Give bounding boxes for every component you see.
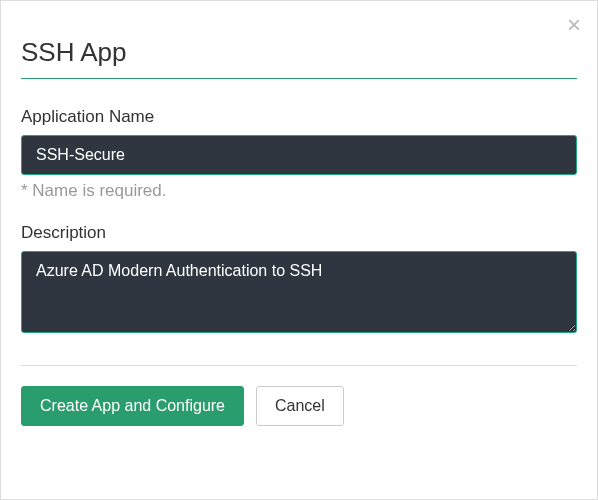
app-name-group: Application Name * Name is required.	[21, 107, 577, 201]
description-label: Description	[21, 223, 577, 243]
description-input[interactable]: Azure AD Modern Authentication to SSH	[21, 251, 577, 333]
create-configure-button[interactable]: Create App and Configure	[21, 386, 244, 426]
modal-title: SSH App	[21, 37, 577, 68]
button-divider	[21, 365, 577, 366]
app-name-label: Application Name	[21, 107, 577, 127]
button-row: Create App and Configure Cancel	[21, 386, 577, 426]
description-group: Description Azure AD Modern Authenticati…	[21, 223, 577, 337]
close-icon[interactable]: ×	[567, 13, 581, 37]
cancel-button[interactable]: Cancel	[256, 386, 344, 426]
ssh-app-modal: × SSH App Application Name * Name is req…	[1, 1, 597, 444]
app-name-input[interactable]	[21, 135, 577, 175]
app-name-hint: * Name is required.	[21, 181, 577, 201]
title-divider	[21, 78, 577, 79]
